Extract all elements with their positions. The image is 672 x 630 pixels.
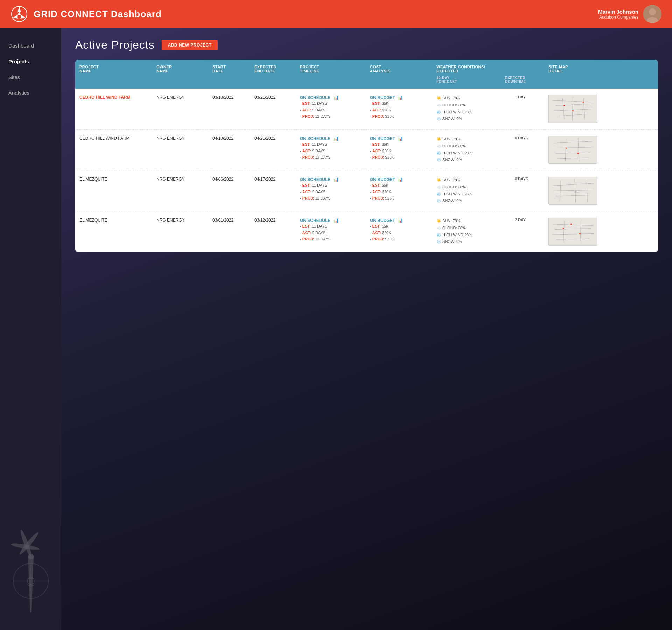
svg-point-32 <box>583 102 584 103</box>
cost-cell: ON BUDGET 📊 - EST: $5K - ACT: $20K - PRO… <box>366 135 432 161</box>
th-start-date: STARTDATE <box>208 60 250 89</box>
table-row: EL MEZQUITE NRG ENERGY 03/01/2022 03/12/… <box>75 211 658 252</box>
weather-cell: ☀️ SUN: 78% ☁️ CLOUD: 28% 💨 HIGH WIND 23… <box>432 135 544 164</box>
schedule-status: ON SCHEDULE 📊 <box>300 95 362 100</box>
site-map-cell <box>544 94 607 124</box>
site-map-thumbnail[interactable]: EL <box>548 177 597 205</box>
weather-cell: ☀️ SUN: 78% ☁️ CLOUD: 28% 💨 HIGH WIND 23… <box>432 217 544 246</box>
logo-icon <box>10 5 28 23</box>
timeline-cell: ON SCHEDULE 📊 - EST: 11 DAYS - ACT: 9 DA… <box>296 135 366 161</box>
project-name-cell: CEDRO HILL WIND FARM <box>75 94 152 100</box>
main-layout: Dashboard Projects Sites Analytics <box>0 28 672 630</box>
schedule-status: ON SCHEDULE 📊 <box>300 136 362 141</box>
svg-point-58 <box>579 233 581 234</box>
weather-cell: ☀️ SUN: 78% ☁️ CLOUD: 28% 💨 HIGH WIND 23… <box>432 94 544 123</box>
schedule-status: ON SCHEDULE 📊 <box>300 218 362 223</box>
weather-downtime: 0 DAYS <box>512 177 540 204</box>
weather-forecast: ☀️ SUN: 78% ☁️ CLOUD: 28% 💨 HIGH WIND 23… <box>436 218 509 245</box>
site-map-thumbnail[interactable] <box>548 136 597 164</box>
svg-point-41 <box>578 153 579 154</box>
weather-downtime: 2 DAY <box>512 218 540 245</box>
header-right: Marvin Johnson Audubon Companies <box>598 5 662 23</box>
user-name: Marvin Johnson <box>598 9 638 15</box>
start-date-cell: 04/06/2022 <box>208 176 250 182</box>
sidebar-turbine-image <box>0 483 61 616</box>
cost-cell: ON BUDGET 📊 - EST: $5K - ACT: $20K - PRO… <box>366 176 432 202</box>
cost-chart-icon: 📊 <box>398 95 403 100</box>
cost-chart-icon: 📊 <box>398 136 403 141</box>
timeline-details: - EST: 11 DAYS - ACT: 9 DAYS - PROJ: 12 … <box>300 223 362 243</box>
end-date-cell: 03/12/2022 <box>250 217 296 223</box>
sidebar: Dashboard Projects Sites Analytics <box>0 28 61 630</box>
budget-status: ON BUDGET 📊 <box>370 177 428 182</box>
weather-forecast: ☀️ SUN: 78% ☁️ CLOUD: 28% 💨 HIGH WIND 23… <box>436 136 509 163</box>
svg-point-59 <box>570 224 572 225</box>
weather-forecast: ☀️ SUN: 78% ☁️ CLOUD: 28% 💨 HIGH WIND 23… <box>436 95 509 122</box>
sidebar-item-sites[interactable]: Sites <box>0 70 61 84</box>
project-name-cell: CEDRO HILL WIND FARM <box>75 135 152 141</box>
end-date-cell: 03/21/2022 <box>250 94 296 100</box>
timeline-cell: ON SCHEDULE 📊 - EST: 11 DAYS - ACT: 9 DA… <box>296 176 366 202</box>
timeline-chart-icon: 📊 <box>333 95 339 100</box>
weather-downtime: 1 DAY <box>512 95 540 122</box>
budget-status: ON BUDGET 📊 <box>370 218 428 223</box>
weather-cell: ☀️ SUN: 78% ☁️ CLOUD: 28% 💨 HIGH WIND 23… <box>432 176 544 205</box>
owner-cell: NRG ENERGY <box>152 176 208 182</box>
site-map-cell <box>544 135 607 164</box>
th-project-name: PROJECTNAME <box>75 60 152 89</box>
user-company: Audubon Companies <box>598 15 638 20</box>
table-row: CEDRO HILL WIND FARM NRG ENERGY 04/10/20… <box>75 130 658 170</box>
svg-point-57 <box>562 228 564 229</box>
cost-details: - EST: $5K - ACT: $20K - PROJ: $18K <box>370 223 428 243</box>
start-date-cell: 04/10/2022 <box>208 135 250 141</box>
th-site-map: SITE MAPDETAIL <box>544 60 607 89</box>
add-new-project-button[interactable]: ADD NEW PROJECT <box>162 40 218 50</box>
svg-point-40 <box>565 148 567 149</box>
app-header: GRID CONNECT Dashboard Marvin Johnson Au… <box>0 0 672 28</box>
site-map-thumbnail[interactable] <box>548 95 597 123</box>
sidebar-nav: Dashboard Projects Sites Analytics <box>0 38 61 100</box>
site-map-cell: EL <box>544 176 607 205</box>
table-row: EL MEZQUITE NRG ENERGY 04/06/2022 04/17/… <box>75 170 658 211</box>
end-date-cell: 04/21/2022 <box>250 135 296 141</box>
svg-rect-33 <box>549 136 597 164</box>
sidebar-item-projects[interactable]: Projects <box>0 54 61 69</box>
end-date-cell: 04/17/2022 <box>250 176 296 182</box>
svg-point-4 <box>18 13 20 15</box>
timeline-chart-icon: 📊 <box>333 218 339 223</box>
timeline-cell: ON SCHEDULE 📊 - EST: 11 DAYS - ACT: 9 DA… <box>296 94 366 120</box>
weather-sub-forecast: 10-DAYFORECAST <box>436 76 505 84</box>
project-name-link[interactable]: CEDRO HILL WIND FARM <box>79 95 131 100</box>
timeline-details: - EST: 11 DAYS - ACT: 9 DAYS - PROJ: 12 … <box>300 182 362 202</box>
weather-forecast: ☀️ SUN: 78% ☁️ CLOUD: 28% 💨 HIGH WIND 23… <box>436 177 509 204</box>
owner-cell: NRG ENERGY <box>152 217 208 223</box>
timeline-cell: ON SCHEDULE 📊 - EST: 11 DAYS - ACT: 9 DA… <box>296 217 366 243</box>
table-header-row: PROJECTNAME OWNERNAME STARTDATE EXPECTED… <box>75 60 658 89</box>
table-row: CEDRO HILL WIND FARM NRG ENERGY 03/10/20… <box>75 89 658 130</box>
project-name-cell: EL MEZQUITE <box>75 217 152 223</box>
owner-cell: NRG ENERGY <box>152 135 208 141</box>
svg-marker-7 <box>20 15 25 19</box>
timeline-details: - EST: 11 DAYS - ACT: 9 DAYS - PROJ: 12 … <box>300 100 362 120</box>
user-info: Marvin Johnson Audubon Companies <box>598 9 638 20</box>
project-name-cell: EL MEZQUITE <box>75 176 152 182</box>
content-area: Active Projects ADD NEW PROJECT PROJECTN… <box>61 28 672 630</box>
site-map-cell <box>544 217 607 246</box>
svg-rect-50 <box>549 218 597 246</box>
start-date-cell: 03/10/2022 <box>208 94 250 100</box>
cost-details: - EST: $5K - ACT: $20K - PROJ: $18K <box>370 182 428 202</box>
header-title: GRID CONNECT Dashboard <box>34 9 162 20</box>
sidebar-item-dashboard[interactable]: Dashboard <box>0 38 61 53</box>
weather-sub-downtime: EXPECTEDDOWNTIME <box>505 76 540 84</box>
weather-downtime: 0 DAYS <box>512 136 540 163</box>
avatar <box>643 5 662 23</box>
header-left: GRID CONNECT Dashboard <box>10 5 162 23</box>
svg-point-9 <box>649 8 656 15</box>
site-map-thumbnail[interactable] <box>548 218 597 246</box>
svg-marker-5 <box>18 7 21 12</box>
budget-status: ON BUDGET 📊 <box>370 95 428 100</box>
th-cost: COSTANALYSIS <box>366 60 432 89</box>
cost-chart-icon: 📊 <box>398 177 403 182</box>
sidebar-item-analytics[interactable]: Analytics <box>0 86 61 100</box>
svg-point-31 <box>572 110 574 111</box>
